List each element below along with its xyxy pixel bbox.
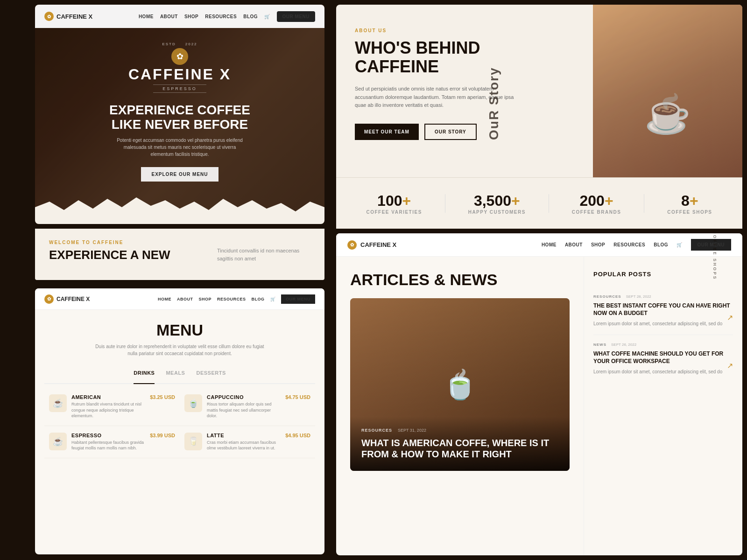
menu-logo-icon: ✿ bbox=[44, 294, 54, 304]
hero-subtext: Potenti eget accumsan commodo vel pharet… bbox=[114, 137, 245, 158]
espresso-desc: Habitant pellentesque faucibus gravida f… bbox=[71, 440, 145, 451]
post-2-tag: NEWS bbox=[593, 343, 606, 347]
latte-desc: Cras morbi etiam accumsan faucibus olme … bbox=[207, 440, 281, 451]
espresso-icon: ☕ bbox=[49, 433, 67, 450]
menu-nav: ✿ CAFFEINE X HOME ABOUT SHOP RESOURCES B… bbox=[35, 288, 324, 310]
hero-nav-links: HOME ABOUT SHOP RESOURCES BLOG 🛒 OUR MEN… bbox=[139, 11, 315, 22]
stat-coffee-varieties: 100+ COFFEE VARIETIES bbox=[366, 192, 422, 215]
menu-nav-home[interactable]: HOME bbox=[158, 297, 171, 301]
post-2-arrow[interactable]: ↗ bbox=[727, 361, 733, 370]
tab-desserts[interactable]: DESSERTS bbox=[196, 370, 226, 379]
about-title: WHO'S BEHIND CAFFEINE bbox=[355, 39, 574, 76]
american-icon: ☕ bbox=[49, 394, 67, 412]
article-featured-date: SEPT 31, 2022 bbox=[398, 428, 426, 433]
articles-panel: ✿ CAFFEINE X HOME ABOUT SHOP RESOURCES B… bbox=[336, 233, 742, 555]
our-story-button[interactable]: OUR STORY bbox=[424, 124, 477, 140]
hero-brand-badge: ESTD 2022 ✿ CAFFEINE X ESPRESSO bbox=[54, 42, 306, 96]
welcome-side-text: Tincidunt convallis id non maecenas sagi… bbox=[217, 247, 310, 262]
menu-brand-name: CAFFEINE X bbox=[56, 296, 90, 302]
menu-panel: ✿ CAFFEINE X HOME ABOUT SHOP RESOURCES B… bbox=[35, 288, 324, 554]
articles-nav-about[interactable]: ABOUT bbox=[565, 242, 583, 247]
welcome-tag: WELCOME TO CAFFEINE bbox=[49, 240, 310, 245]
menu-items-grid: ☕ AMERICAN Rutrum blandit viverra tincid… bbox=[35, 384, 324, 462]
menu-description: Duis aute irure dolor in reprehenderit i… bbox=[91, 343, 268, 357]
hero-background: ✿ CAFFEINE X HOME ABOUT SHOP RESOURCES B… bbox=[35, 5, 324, 224]
stat-number-customers: 3,500+ bbox=[468, 192, 526, 210]
menu-nav-shop[interactable]: SHOP bbox=[198, 297, 211, 301]
articles-menu-button[interactable]: OUR MENU bbox=[691, 239, 731, 251]
latte-name: LATTE bbox=[207, 433, 281, 438]
menu-nav-blog[interactable]: BLOG bbox=[252, 297, 265, 301]
hero-espresso-label: ESPRESSO bbox=[153, 84, 206, 93]
post-2-desc: Lorem ipsum dolor sit amet, consectetur … bbox=[593, 369, 733, 375]
brand-name-nav: CAFFEINE X bbox=[56, 13, 92, 20]
nav-home[interactable]: HOME bbox=[139, 14, 154, 19]
hero-tagline: EXPERIENCE COFFEE LIKE NEVER BEFORE bbox=[54, 103, 306, 132]
articles-nav: ✿ CAFFEINE X HOME ABOUT SHOP RESOURCES B… bbox=[336, 233, 742, 257]
cappuccino-name: CAPPUCCINO bbox=[207, 394, 281, 400]
cart-icon[interactable]: 🛒 bbox=[264, 14, 270, 19]
stat-label-varieties: COFFEE VARIETIES bbox=[366, 210, 422, 215]
menu-nav-about[interactable]: ABOUT bbox=[177, 297, 193, 301]
coffee-shops-vertical: COFFEE SHOPS bbox=[712, 231, 717, 280]
american-price: $3.25 USD bbox=[150, 394, 175, 400]
menu-header: MENU Duis aute irure dolor in reprehende… bbox=[35, 310, 324, 370]
espresso-price: $3.99 USD bbox=[150, 433, 175, 438]
post-1-desc: Lorem ipsum dolor sit amet, consectetur … bbox=[593, 321, 733, 327]
hero-brand-name: CAFFEINE X bbox=[54, 67, 306, 82]
post-1-meta: RESOURCES SEPT 28, 2022 bbox=[593, 294, 733, 299]
nav-shop[interactable]: SHOP bbox=[184, 14, 198, 19]
about-tag: ABOUT US bbox=[355, 28, 574, 33]
about-buttons: MEET OUR TEAM OUR STORY bbox=[355, 124, 574, 140]
nav-resources[interactable]: RESOURCES bbox=[205, 14, 237, 19]
nav-blog[interactable]: BLOG bbox=[243, 14, 258, 19]
tab-drinks[interactable]: DRINKS bbox=[134, 370, 155, 384]
stat-number-brands: 200+ bbox=[572, 192, 621, 210]
menu-nav-links: HOME ABOUT SHOP RESOURCES BLOG 🛒 OUR MEN… bbox=[158, 294, 315, 304]
stats-panel: 100+ COFFEE VARIETIES 3,500+ HAPPY CUSTO… bbox=[336, 177, 742, 229]
sidebar-post-2[interactable]: NEWS SEPT 26, 2022 WHAT COFFE MACHINE SH… bbox=[593, 335, 733, 383]
post-1-title: THE BEST INSTANT COFFE YOU CAN HAVE RIGH… bbox=[593, 302, 733, 317]
post-2-title: WHAT COFFE MACHINE SHOULD YOU GET FOR YO… bbox=[593, 350, 733, 365]
articles-nav-blog[interactable]: BLOG bbox=[654, 242, 668, 247]
articles-nav-home[interactable]: HOME bbox=[542, 242, 557, 247]
stat-label-brands: COFFEE BRANDS bbox=[572, 210, 621, 215]
menu-cart-icon[interactable]: 🛒 bbox=[270, 297, 276, 301]
american-desc: Rutrum blandit viverra tincidunt ut nisl… bbox=[71, 401, 145, 419]
hero-content: ESTD 2022 ✿ CAFFEINE X ESPRESSO EXPERIEN… bbox=[35, 42, 324, 182]
menu-cta-button[interactable]: OUR MENU bbox=[281, 294, 315, 304]
stat-divider-2 bbox=[549, 194, 549, 213]
post-2-date: SEPT 26, 2022 bbox=[611, 343, 636, 347]
post-1-tag: RESOURCES bbox=[593, 294, 621, 299]
articles-nav-shop[interactable]: SHOP bbox=[591, 242, 605, 247]
hero-nav: ✿ CAFFEINE X HOME ABOUT SHOP RESOURCES B… bbox=[35, 5, 324, 28]
menu-item-espresso: ☕ ESPRESSO Habitant pellentesque faucibu… bbox=[44, 426, 180, 458]
post-1-date: SEPT 28, 2022 bbox=[626, 294, 651, 299]
articles-logo-icon: ✿ bbox=[347, 240, 357, 250]
menu-logo: ✿ CAFFEINE X bbox=[44, 294, 150, 304]
article-featured-meta: RESOURCES SEPT 31, 2022 bbox=[361, 428, 558, 433]
hero-panel: ✿ CAFFEINE X HOME ABOUT SHOP RESOURCES B… bbox=[35, 5, 324, 224]
article-featured-tag: RESOURCES bbox=[361, 428, 392, 433]
post-1-arrow[interactable]: ↗ bbox=[727, 313, 733, 322]
our-story-label: OuR Story bbox=[486, 67, 501, 140]
meet-team-button[interactable]: MEET OUR TEAM bbox=[355, 124, 419, 140]
articles-brand-name: CAFFEINE X bbox=[360, 241, 396, 248]
sidebar-post-1[interactable]: RESOURCES SEPT 28, 2022 THE BEST INSTANT… bbox=[593, 287, 733, 335]
tab-meals[interactable]: MEALS bbox=[166, 370, 185, 379]
articles-nav-resources[interactable]: RESOURCES bbox=[613, 242, 645, 247]
hero-menu-button[interactable]: OUR MENU bbox=[277, 11, 315, 22]
nav-about[interactable]: ABOUT bbox=[160, 14, 178, 19]
articles-main: ARTICLES & NEWS 🍵 RESOURCES SEPT 31, 202… bbox=[336, 257, 584, 555]
hero-logo: ✿ CAFFEINE X bbox=[44, 12, 130, 21]
menu-nav-resources[interactable]: RESOURCES bbox=[217, 297, 246, 301]
stat-divider-1 bbox=[445, 194, 445, 213]
espresso-name: ESPRESSO bbox=[71, 433, 145, 438]
article-featured[interactable]: 🍵 RESOURCES SEPT 31, 2022 WHAT IS AMERIC… bbox=[350, 298, 570, 471]
menu-item-cappuccino: 🍵 CAPPUCCINO Risus tortor aliquam dolor … bbox=[180, 388, 315, 426]
articles-cart-icon[interactable]: 🛒 bbox=[677, 242, 683, 247]
welcome-panel: WELCOME TO CAFFEINE EXPERIENCE A NEW Tin… bbox=[35, 229, 324, 280]
menu-title: MENU bbox=[44, 321, 315, 339]
explore-menu-button[interactable]: EXPLORE OUR MENU bbox=[141, 167, 218, 182]
articles-section-title: ARTICLES & NEWS bbox=[350, 271, 570, 289]
